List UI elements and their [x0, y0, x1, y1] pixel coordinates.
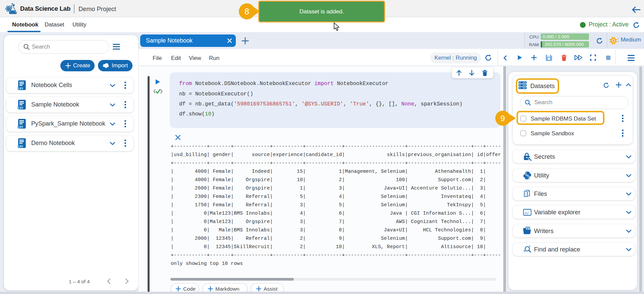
svg-text:8: 8 [245, 7, 249, 16]
svg-text:9: 9 [500, 114, 505, 123]
svg-text:(x): (x) [525, 211, 529, 215]
